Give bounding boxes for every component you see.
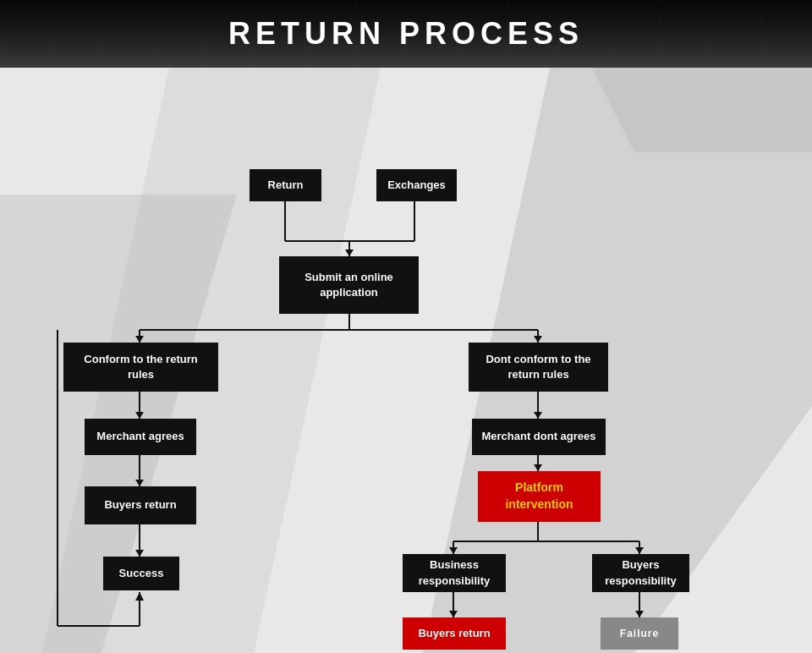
success-box: Success (103, 557, 179, 590)
merchant-dont-box: Merchant dont agrees (472, 419, 606, 455)
page-title: RETURN PROCESS (228, 16, 584, 52)
return-box: Return (250, 169, 321, 201)
conform-box: Conform to the return rules (63, 343, 218, 392)
exchanges-box: Exchanges (376, 169, 457, 201)
business-resp-box: Business responsibility (403, 554, 506, 592)
buyers-return-left-box: Buyers return (85, 486, 196, 524)
buyers-return-right-box: Buyers return (403, 617, 506, 650)
submit-box: Submit an online application (279, 256, 419, 314)
failure-box: Failure (601, 617, 678, 650)
dont-conform-box: Dont conform to the return rules (469, 343, 608, 392)
buyers-resp-box: Buyers responsibility (592, 554, 689, 592)
main-content: Return Exchanges Submit an online applic… (0, 68, 812, 653)
platform-intervention-box: Platform intervention (478, 471, 601, 522)
header: RETURN PROCESS (0, 0, 812, 68)
merchant-agrees-box: Merchant agrees (85, 419, 196, 455)
